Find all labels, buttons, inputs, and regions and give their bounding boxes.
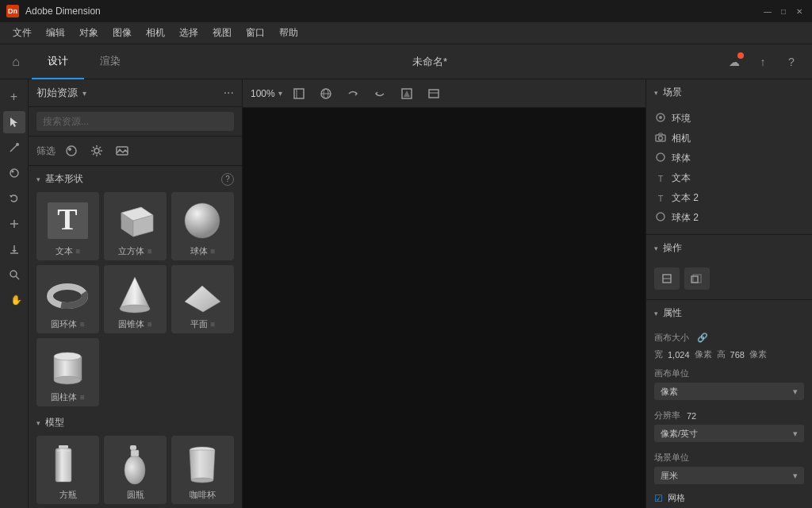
operations-section-header[interactable]: ▾ 操作 (646, 235, 812, 261)
tab-design[interactable]: 设计 (32, 44, 84, 79)
svg-marker-38 (185, 286, 220, 312)
pan-tool[interactable]: ✋ (3, 289, 25, 311)
model-item-square-bottle[interactable]: 方瓶 (36, 436, 99, 504)
scene-item-env[interactable]: 环境 (654, 109, 804, 129)
canvas-tool-6[interactable] (423, 83, 444, 104)
pen-tool[interactable] (3, 137, 25, 159)
minimize-button[interactable]: — (761, 5, 774, 17)
svg-point-64 (657, 153, 665, 161)
menu-view[interactable]: 视图 (206, 23, 238, 43)
scene-item-sphere2[interactable]: 球体 2 (654, 208, 804, 228)
sphere2-icon (654, 211, 667, 225)
assets-more-button[interactable]: ··· (224, 86, 234, 100)
scene-item-text2[interactable]: T 文本 2 (654, 188, 804, 208)
properties-section-header[interactable]: ▾ 属性 (646, 300, 812, 326)
scene-item-label: 文本 2 (672, 191, 699, 205)
models-section: ▾ 模型 (36, 416, 234, 504)
undo-tool[interactable] (3, 187, 25, 210)
help-button[interactable]: ? (780, 51, 802, 73)
import-tool[interactable] (3, 238, 25, 260)
scene-item-text[interactable]: T 文本 (654, 168, 804, 188)
resolution-select[interactable]: 像素/英寸 (654, 425, 804, 442)
model-item-coffee-cup[interactable]: 咖啡杯 (171, 436, 234, 504)
model-item-round-bottle[interactable]: 圆瓶 (104, 436, 167, 504)
op-btn-2[interactable] (684, 267, 710, 290)
shape-label: 文本 (56, 245, 73, 257)
shape-item-cube[interactable]: 立方体 ≡ (104, 192, 167, 260)
shape-item-cylinder[interactable]: 圆柱体 ≡ (36, 338, 99, 406)
scene-item-label: 环境 (672, 112, 691, 125)
shape-item-cone[interactable]: 圆锥体 ≡ (104, 265, 167, 333)
material-tool[interactable] (3, 162, 25, 184)
canvas-viewport[interactable] (243, 108, 645, 508)
search-input[interactable] (36, 112, 234, 131)
close-button[interactable]: ✕ (793, 5, 806, 17)
scene-item-label: 球体 2 (672, 211, 699, 225)
basic-shapes-help[interactable]: ? (221, 173, 234, 186)
resolution-value: 72 (687, 411, 696, 421)
svg-rect-44 (57, 450, 70, 452)
shape-item-torus[interactable]: 圆环体 ≡ (36, 265, 99, 333)
canvas-unit-select[interactable]: 像素 (654, 383, 804, 400)
scene-item-sphere[interactable]: 球体 (654, 148, 804, 168)
svg-line-21 (93, 147, 94, 148)
op-btn-1[interactable] (654, 267, 680, 290)
scene-unit-select[interactable]: 厘米 (654, 467, 804, 484)
filter-image-btn[interactable] (113, 141, 132, 160)
canvas-toolbar: 100% ▾ (243, 79, 645, 108)
menubar: 文件 编辑 对象 图像 相机 选择 视图 窗口 帮助 (0, 22, 812, 44)
menu-edit[interactable]: 编辑 (40, 23, 71, 43)
svg-line-1 (10, 145, 17, 152)
menu-image[interactable]: 图像 (106, 23, 138, 43)
filter-material-btn[interactable] (62, 141, 81, 160)
shape-menu-icon[interactable]: ≡ (211, 247, 216, 256)
app-icon: Dn (6, 5, 19, 17)
menu-window[interactable]: 窗口 (239, 23, 271, 43)
svg-text:T: T (57, 202, 77, 236)
add-object-tool[interactable] (3, 213, 25, 235)
shape-menu-icon[interactable]: ≡ (80, 320, 85, 329)
svg-marker-9 (12, 250, 17, 252)
scene-section-header[interactable]: ▾ 场景 (646, 79, 812, 106)
canvas-tool-2[interactable] (316, 83, 336, 104)
canvas-tool-4[interactable] (370, 83, 390, 104)
menu-camera[interactable]: 相机 (140, 23, 171, 43)
shape-menu-icon[interactable]: ≡ (76, 247, 81, 256)
canvas-tool-1[interactable] (289, 83, 309, 104)
scene-item-camera[interactable]: 相机 (654, 129, 804, 148)
assets-arrow[interactable]: ▾ (82, 89, 86, 98)
shape-item-plane[interactable]: 平面 ≡ (171, 265, 234, 333)
shape-icon-torus (44, 271, 92, 315)
props-content: 画布大小 🔗 宽 1,024 像素 高 768 像素 画布单位 像素 (646, 326, 812, 508)
canvas-tool-3[interactable] (343, 83, 363, 104)
add-tool[interactable]: + (3, 86, 25, 108)
shape-item-sphere[interactable]: 球体 ≡ (171, 192, 234, 260)
canvas-tool-5[interactable] (396, 83, 417, 104)
models-arrow[interactable]: ▾ (36, 419, 40, 427)
menu-file[interactable]: 文件 (6, 23, 38, 43)
zoom-dropdown[interactable]: ▾ (278, 89, 282, 98)
cloud-button[interactable]: ☁ (723, 51, 745, 73)
select-tool[interactable] (3, 111, 25, 133)
width-unit: 像素 (695, 348, 712, 360)
shape-menu-icon[interactable]: ≡ (147, 320, 152, 329)
tab-render[interactable]: 渲染 (84, 44, 136, 79)
basic-shapes-title: 基本形状 (45, 172, 83, 186)
ops-title: 操作 (663, 241, 682, 255)
home-button[interactable]: ⌂ (0, 44, 32, 79)
shape-menu-icon[interactable]: ≡ (147, 247, 152, 256)
svg-line-23 (99, 147, 101, 148)
shape-menu-icon[interactable]: ≡ (211, 320, 216, 329)
menu-select[interactable]: 选择 (173, 23, 205, 43)
grid-checkbox-icon[interactable]: ☑ (654, 493, 663, 504)
menu-help[interactable]: 帮助 (273, 23, 304, 43)
ops-arrow: ▾ (654, 244, 658, 252)
shape-item-text[interactable]: T 文本 ≡ (36, 192, 99, 260)
shape-menu-icon[interactable]: ≡ (80, 393, 85, 402)
basic-shapes-arrow[interactable]: ▾ (36, 175, 40, 183)
maximize-button[interactable]: □ (777, 5, 790, 17)
share-button[interactable]: ↑ (752, 51, 774, 73)
filter-light-btn[interactable] (87, 141, 106, 160)
zoom-tool[interactable] (3, 264, 25, 286)
menu-object[interactable]: 对象 (73, 23, 105, 43)
